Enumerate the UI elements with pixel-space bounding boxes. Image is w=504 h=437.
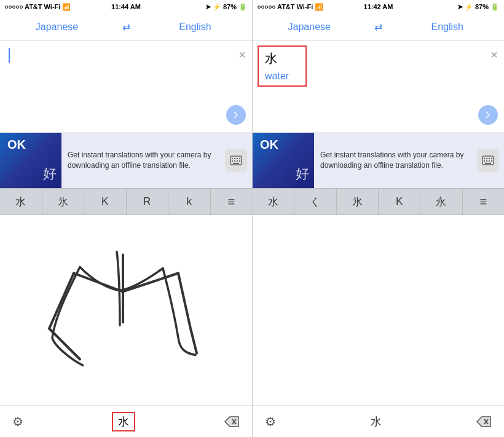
kb-key-kori[interactable]: 氷 — [42, 189, 85, 215]
source-lang-right[interactable]: Japanese — [253, 22, 366, 33]
kb-toolbar-left: 水 氷 K R k ≡ — [0, 188, 252, 215]
dot3r — [265, 6, 268, 9]
swap-icon-left[interactable]: ⇄ — [114, 21, 138, 33]
backspace-icon-right — [476, 415, 492, 428]
wifi-icon: 📶 — [62, 3, 71, 11]
carrier-text: AT&T Wi-Fi — [25, 3, 60, 10]
kb-toolbar-right: 水 く 氷 K 永 ≡ — [253, 188, 504, 215]
status-left: AT&T Wi-Fi 📶 — [5, 3, 71, 11]
kb-key-mizu-r[interactable]: 水 — [253, 189, 294, 215]
banner-ok-left: OK — [7, 138, 26, 152]
svg-rect-2 — [234, 158, 235, 159]
banner-image-left: OK 好 — [0, 133, 61, 188]
kb-key-kori-r[interactable]: 氷 — [337, 189, 379, 215]
kb-key-ei[interactable]: 永 — [420, 189, 462, 215]
svg-rect-4 — [239, 158, 240, 159]
time-display-right: 11:42 AM — [364, 3, 393, 10]
arrow-right-icon-right — [483, 110, 493, 120]
svg-rect-14 — [486, 158, 487, 159]
banner-ok-right: OK — [260, 138, 278, 152]
keyboard-symbol-left — [230, 156, 242, 165]
svg-rect-17 — [484, 160, 485, 162]
handwriting-canvas-left[interactable] — [0, 215, 252, 405]
wifi-icon-right: 📶 — [315, 3, 323, 11]
banner-right: OK 好 Get instant translations with your … — [253, 133, 504, 188]
char-display-right: 水 — [371, 414, 382, 429]
handwriting-canvas-right[interactable] — [253, 215, 504, 405]
status-bar-right: AT&T Wi-Fi 📶 11:42 AM ➤ ⚡ 87% 🔋 — [253, 0, 504, 14]
phone-panel-right: AT&T Wi-Fi 📶 11:42 AM ➤ ⚡ 87% 🔋 Japanese… — [252, 0, 504, 437]
battery-icon: 🔋 — [238, 3, 247, 11]
status-right: ➤ ⚡ 87% 🔋 — [205, 3, 247, 11]
status-right-right: ➤ ⚡ 87% 🔋 — [457, 3, 499, 11]
carrier-text-right: AT&T Wi-Fi — [277, 3, 313, 10]
svg-rect-6 — [234, 160, 235, 162]
banner-text-right[interactable]: Get instant translations with your camer… — [314, 145, 477, 176]
svg-rect-13 — [484, 158, 485, 159]
gps-icon-right: ➤ — [457, 3, 463, 11]
kb-key-R[interactable]: R — [127, 189, 169, 215]
arrow-button-left[interactable] — [226, 105, 246, 125]
status-bar-left: AT&T Wi-Fi 📶 11:44 AM ➤ ⚡ 87% 🔋 — [0, 0, 252, 14]
bluetooth-icon-right: ⚡ — [465, 3, 473, 11]
signal-dots — [5, 6, 23, 9]
dot3 — [12, 6, 15, 9]
dot1 — [5, 6, 8, 9]
svg-rect-18 — [486, 160, 487, 162]
bottom-bar-left: ⚙ 水 — [0, 405, 252, 437]
keyboard-icon-right[interactable] — [477, 149, 499, 171]
dot4r — [269, 6, 272, 9]
svg-rect-5 — [232, 160, 233, 162]
dot4 — [16, 6, 19, 9]
battery-text: 87% — [223, 3, 237, 10]
banner-char-left: 好 — [43, 165, 57, 183]
target-lang-left[interactable]: English — [138, 22, 252, 33]
banner-image-right: OK 好 — [253, 133, 314, 188]
source-lang-left[interactable]: Japanese — [0, 22, 114, 33]
dot5r — [272, 6, 275, 9]
time-display: 11:44 AM — [111, 3, 141, 10]
keyboard-icon-left[interactable] — [225, 149, 247, 171]
banner-text-left[interactable]: Get instant translations with your camer… — [61, 145, 225, 176]
delete-icon-left[interactable] — [224, 415, 240, 428]
char-button-left[interactable]: 水 — [112, 412, 135, 431]
result-char: 水 — [265, 50, 299, 67]
kb-key-K[interactable]: K — [84, 189, 127, 215]
battery-icon-right: 🔋 — [490, 3, 499, 11]
svg-rect-1 — [232, 158, 233, 159]
settings-icon-right[interactable]: ⚙ — [265, 414, 276, 429]
clear-button-left[interactable]: × — [238, 48, 246, 62]
settings-icon-left[interactable]: ⚙ — [12, 414, 23, 429]
battery-text-right: 87% — [475, 3, 489, 10]
swap-icon-right[interactable]: ⇄ — [366, 21, 391, 33]
svg-rect-3 — [237, 158, 238, 159]
result-translation: water — [265, 71, 299, 82]
kb-key-k-small[interactable]: k — [168, 189, 211, 215]
draw-area-right[interactable] — [253, 215, 504, 405]
kb-key-ku[interactable]: く — [294, 189, 336, 215]
draw-area-left[interactable] — [0, 215, 252, 405]
clear-button-right[interactable]: × — [490, 48, 498, 62]
svg-rect-20 — [491, 160, 492, 162]
kb-key-equals-r[interactable]: ≡ — [463, 189, 504, 215]
arrow-button-right[interactable] — [478, 105, 498, 125]
dot2r — [261, 6, 264, 9]
bottom-bar-right: ⚙ 水 — [253, 405, 504, 437]
backspace-icon-left — [224, 415, 240, 428]
svg-rect-7 — [237, 160, 238, 162]
kb-key-equals[interactable]: ≡ — [211, 189, 253, 215]
dot1r — [258, 6, 261, 9]
dot2 — [9, 6, 12, 9]
gps-icon: ➤ — [205, 3, 211, 11]
kb-key-mizu[interactable]: 水 — [0, 189, 42, 215]
dot5 — [20, 6, 23, 9]
keyboard-symbol-right — [482, 156, 494, 165]
kb-key-K-r[interactable]: K — [379, 189, 420, 215]
status-left-right: AT&T Wi-Fi 📶 — [258, 3, 323, 11]
bluetooth-icon: ⚡ — [213, 3, 221, 11]
delete-icon-right[interactable] — [476, 415, 492, 428]
svg-rect-8 — [239, 160, 240, 162]
nav-bar-right: Japanese ⇄ English — [253, 14, 504, 41]
target-lang-right[interactable]: English — [391, 22, 505, 33]
banner-char-right: 好 — [296, 165, 309, 183]
